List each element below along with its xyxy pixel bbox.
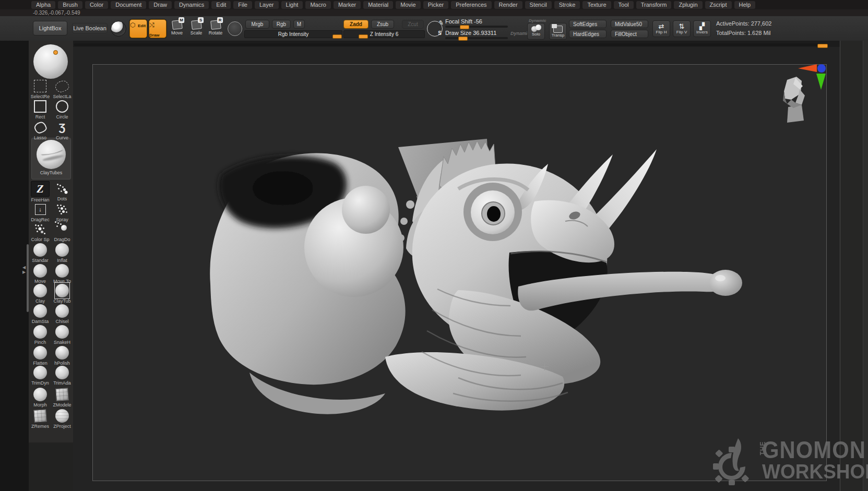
menu-brush[interactable]: Brush xyxy=(58,1,82,9)
menu-render[interactable]: Render xyxy=(494,1,522,9)
brush-claytub[interactable]: ClayTub xyxy=(52,283,73,304)
focal-shift-handle[interactable] xyxy=(460,25,469,29)
menu-preferences[interactable]: Preferences xyxy=(451,1,491,9)
mrgb-button[interactable]: Mrgb xyxy=(245,20,269,29)
menu-transform[interactable]: Transform xyxy=(636,1,672,9)
brush-move[interactable]: Move xyxy=(30,264,51,284)
menu-texture[interactable]: Texture xyxy=(582,1,611,9)
brush-hpolish[interactable]: hPolish xyxy=(52,345,73,366)
menu-stroke[interactable]: Stroke xyxy=(554,1,580,9)
camview-head-gizmo[interactable] xyxy=(781,75,809,123)
zadd-button[interactable]: Zadd xyxy=(343,20,368,29)
brush-move-to[interactable]: Move To xyxy=(52,264,73,284)
flip-v-button[interactable]: ⇅ Flip V xyxy=(673,20,691,37)
brush-freehan[interactable]: FreeHan xyxy=(30,181,51,202)
z-intensity-handle[interactable] xyxy=(359,34,368,39)
brush-selectla[interactable]: SelectLa xyxy=(52,79,73,99)
menu-light[interactable]: Light xyxy=(281,1,303,9)
menu-stencil[interactable]: Stencil xyxy=(525,1,552,9)
menu-file[interactable]: File xyxy=(233,1,252,9)
live-boolean-button[interactable]: Live Boolean xyxy=(72,23,108,33)
lightbox-button[interactable]: LightBox xyxy=(33,21,67,35)
menu-movie[interactable]: Movie xyxy=(396,1,420,9)
brush-damsta[interactable]: DamSta xyxy=(30,304,51,324)
brush-curve[interactable]: Curve xyxy=(52,120,73,140)
brush-inflat[interactable]: Inflat xyxy=(52,243,73,263)
invers-button[interactable]: ▞ Invers xyxy=(693,20,711,37)
brush-dots[interactable]: Dots xyxy=(52,181,73,201)
menu-material[interactable]: Material xyxy=(363,1,393,9)
zsub-button[interactable]: Zsub xyxy=(371,20,394,29)
quick-brush-icon[interactable]: ✎ S xyxy=(427,21,443,37)
brush-trimada[interactable]: TrimAda xyxy=(52,365,73,386)
brush-trimdyn[interactable]: TrimDyn xyxy=(30,365,51,386)
menu-zplugin[interactable]: Zplugin xyxy=(674,1,702,9)
menu-layer[interactable]: Layer xyxy=(255,1,279,9)
menu-dynamics[interactable]: Dynamics xyxy=(174,1,209,9)
midvalue-button[interactable]: MidValue50 xyxy=(611,20,648,28)
brush-dragdo[interactable]: DragDo xyxy=(52,222,73,242)
brush-selectre[interactable]: SelectRe xyxy=(30,79,51,99)
menu-edit[interactable]: Edit xyxy=(211,1,231,9)
brush-clay[interactable]: Clay xyxy=(30,283,51,304)
fillobject-button[interactable]: FillObject xyxy=(611,30,648,38)
menu-color[interactable]: Color xyxy=(85,1,108,9)
alpha-preview-icon[interactable] xyxy=(228,21,242,36)
draw-size-handle[interactable] xyxy=(458,37,468,41)
material-preview-sphere[interactable] xyxy=(33,44,68,79)
brush-zmodele[interactable]: ZModele xyxy=(52,387,73,408)
hardedges-button[interactable]: HardEdges xyxy=(569,30,607,38)
brush-flatten[interactable]: Flatten xyxy=(30,345,51,366)
softedges-button[interactable]: SoftEdges xyxy=(569,20,607,28)
scale-button[interactable]: S Scale xyxy=(187,20,205,35)
current-brush-claytubes[interactable]: ClayTubes xyxy=(31,138,71,179)
zcut-button[interactable]: Zcut xyxy=(402,20,424,29)
transp-button[interactable]: Transp xyxy=(549,23,567,40)
tray-collapse-arrows[interactable]: ◀▶ xyxy=(21,265,27,279)
document-canvas[interactable] xyxy=(92,64,827,481)
menu-alpha[interactable]: Alpha xyxy=(31,1,55,9)
axis-x-arrow-icon[interactable] xyxy=(798,64,817,72)
menu-macro[interactable]: Macro xyxy=(305,1,331,9)
menu-picker[interactable]: Picker xyxy=(423,1,449,9)
solo-button[interactable]: Solo xyxy=(527,23,545,40)
m-button[interactable]: M xyxy=(293,20,305,29)
menu-tool[interactable]: Tool xyxy=(614,1,634,9)
flip-h-button[interactable]: ⇄ Flip H xyxy=(652,20,670,37)
brush-lasso[interactable]: Lasso xyxy=(30,120,51,140)
brush-rect[interactable]: Rect xyxy=(30,99,51,119)
focal-shift-slider[interactable] xyxy=(445,26,508,28)
rgb-button[interactable]: Rgb xyxy=(272,20,291,29)
draw-size-slider[interactable] xyxy=(445,37,508,39)
solo-dynamic-label[interactable]: Dynamic xyxy=(529,18,546,23)
brush-pinch[interactable]: Pinch xyxy=(30,325,51,345)
axis-y-arrow-icon[interactable] xyxy=(816,74,826,90)
rotate-button[interactable]: R Rotate xyxy=(207,20,224,35)
z-intensity-slider[interactable]: Z Intensity 6 xyxy=(343,30,425,38)
menu-document[interactable]: Document xyxy=(111,1,146,9)
draw-button[interactable]: ⤭ Draw xyxy=(149,19,167,38)
brush-zproject[interactable]: ZProject xyxy=(52,409,73,429)
brush-dragrec[interactable]: DragRec xyxy=(30,202,51,222)
rgb-intensity-handle[interactable] xyxy=(332,34,342,39)
move-button[interactable]: M Move xyxy=(168,20,186,35)
brush-circle[interactable]: Circle xyxy=(52,99,73,119)
rgb-intensity-slider[interactable]: Rgb Intensity xyxy=(244,30,342,38)
brush-standar[interactable]: Standar xyxy=(30,243,51,263)
menu-marker[interactable]: Marker xyxy=(334,1,361,9)
brush-morph[interactable]: Morph xyxy=(30,387,51,408)
menu-help[interactable]: Help xyxy=(734,1,756,9)
circle-outline-icon xyxy=(56,100,68,113)
brush-snakeh[interactable]: SnakeH xyxy=(52,325,73,345)
axis-z-dot-icon[interactable] xyxy=(817,64,826,73)
brush-spray[interactable]: Spray xyxy=(52,202,73,222)
menu-draw[interactable]: Draw xyxy=(149,1,172,9)
brush-color-sp[interactable]: Color Sp xyxy=(30,222,51,242)
brush-zremes[interactable]: ZRemes xyxy=(30,409,51,429)
edit-button[interactable]: ⬡ Edit xyxy=(129,19,147,38)
menu-zscript[interactable]: Zscript xyxy=(705,1,732,9)
sculptris-pro-toggle[interactable] xyxy=(111,21,126,37)
sculpt-model-triceratops-head[interactable] xyxy=(93,65,826,481)
brush-chisel[interactable]: Chisel xyxy=(52,304,73,324)
tray-divider-handle[interactable] xyxy=(817,44,828,48)
